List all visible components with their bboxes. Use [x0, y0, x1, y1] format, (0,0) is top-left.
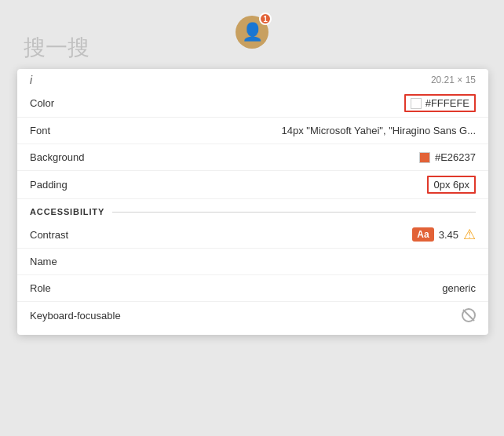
color-hex: #FFFEFE — [425, 97, 469, 109]
accessibility-title: ACCESSIBILITY — [30, 207, 104, 216]
padding-value[interactable]: 0px 6px — [427, 176, 476, 194]
background-value[interactable]: #E26237 — [419, 151, 476, 163]
keyboard-focusable-row: Keyboard-focusable — [17, 302, 488, 329]
badge-count: 1 — [259, 13, 272, 25]
font-row: Font 14px "Microsoft Yahei", "Hiragino S… — [17, 118, 488, 144]
section-divider — [112, 212, 476, 213]
keyboard-label: Keyboard-focusable — [30, 310, 121, 322]
color-row: Color #FFFEFE — [17, 89, 488, 118]
warning-icon: ⚠ — [463, 226, 476, 243]
background-row: Background #E26237 — [17, 144, 488, 171]
padding-label: Padding — [30, 179, 68, 191]
element-size: 20.21 × 15 — [431, 74, 476, 85]
name-row: Name — [17, 249, 488, 275]
background-label: Background — [30, 151, 84, 163]
background-swatch — [419, 152, 430, 163]
element-name: i — [30, 74, 32, 86]
name-label: Name — [30, 256, 57, 267]
role-row: Role generic — [17, 275, 488, 302]
inspector-panel: i 20.21 × 15 Color #FFFEFE Font 14px "Mi… — [17, 69, 488, 335]
color-label: Color — [30, 97, 54, 109]
color-swatch — [411, 98, 422, 109]
accessibility-section-header: ACCESSIBILITY — [17, 199, 488, 221]
notification-badge: 👤 1 — [236, 16, 268, 49]
role-label: Role — [30, 282, 51, 294]
contrast-number: 3.45 — [439, 229, 458, 241]
contrast-badge: Aa — [412, 227, 433, 242]
search-text: 搜一搜 — [24, 33, 89, 63]
color-value[interactable]: #FFFEFE — [404, 94, 476, 112]
blocked-icon — [462, 308, 476, 322]
role-value: generic — [442, 282, 476, 294]
person-icon: 👤 — [242, 22, 263, 42]
contrast-label: Contrast — [30, 229, 68, 241]
font-value: 14px "Microsoft Yahei", "Hiragino Sans G… — [282, 125, 476, 136]
padding-row: Padding 0px 6px — [17, 171, 488, 199]
contrast-value: Aa 3.45 ⚠ — [412, 226, 476, 243]
background-hex: #E26237 — [435, 151, 476, 163]
keyboard-value — [462, 308, 476, 322]
font-label: Font — [30, 125, 50, 136]
element-header-row: i 20.21 × 15 — [17, 69, 488, 89]
contrast-row: Contrast Aa 3.45 ⚠ — [17, 221, 488, 249]
badge-circle: 👤 1 — [236, 16, 268, 49]
